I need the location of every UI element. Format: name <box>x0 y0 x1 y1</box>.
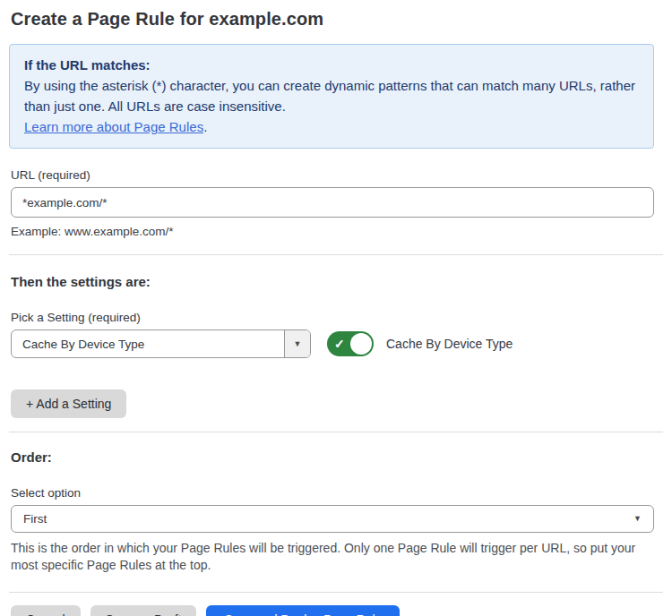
toggle-label: Cache By Device Type <box>386 337 513 351</box>
pick-setting-label: Pick a Setting (required) <box>11 311 654 324</box>
info-box-heading: If the URL matches: <box>24 55 639 75</box>
url-input[interactable] <box>11 187 654 218</box>
setting-row: Cache By Device Type ▼ ✓ Cache By Device… <box>11 329 654 358</box>
select-option-label: Select option <box>11 486 654 500</box>
order-select[interactable]: First ▼ <box>11 505 654 533</box>
divider <box>9 592 663 593</box>
save-as-draft-button[interactable]: Save as Draft <box>90 605 197 616</box>
order-helper-text: This is the order in which your Page Rul… <box>11 540 654 574</box>
check-icon: ✓ <box>334 338 345 350</box>
save-and-deploy-button[interactable]: Save and Deploy Page Rule <box>206 605 400 616</box>
footer-actions: Cancel Save as Draft Save and Deploy Pag… <box>11 605 654 616</box>
setting-select-arrow-button[interactable]: ▼ <box>284 330 310 357</box>
learn-more-link[interactable]: Learn more about Page Rules <box>24 119 203 134</box>
order-select-value: First <box>23 512 47 526</box>
url-match-info-box: If the URL matches: By using the asteris… <box>9 44 654 149</box>
settings-section-heading: Then the settings are: <box>11 274 654 289</box>
setting-select-value: Cache By Device Type <box>12 330 284 357</box>
order-section-heading: Order: <box>11 449 654 465</box>
divider <box>9 254 663 255</box>
chevron-down-icon: ▼ <box>633 515 642 523</box>
cache-by-device-type-toggle[interactable]: ✓ <box>327 331 374 356</box>
link-period: . <box>203 119 207 134</box>
chevron-down-icon: ▼ <box>294 340 302 348</box>
cancel-button[interactable]: Cancel <box>11 605 81 616</box>
setting-select[interactable]: Cache By Device Type ▼ <box>11 329 311 358</box>
toggle-knob <box>350 333 372 355</box>
divider <box>9 432 663 432</box>
add-setting-button[interactable]: + Add a Setting <box>11 389 126 418</box>
create-page-rule-form: Create a Page Rule for example.com If th… <box>0 0 672 616</box>
page-title: Create a Page Rule for example.com <box>11 9 654 30</box>
info-box-body: By using the asterisk (*) character, you… <box>24 75 639 116</box>
url-label: URL (required) <box>11 168 654 182</box>
url-example-helper: Example: www.example.com/* <box>11 225 654 238</box>
info-box-link-row: Learn more about Page Rules. <box>24 116 639 137</box>
